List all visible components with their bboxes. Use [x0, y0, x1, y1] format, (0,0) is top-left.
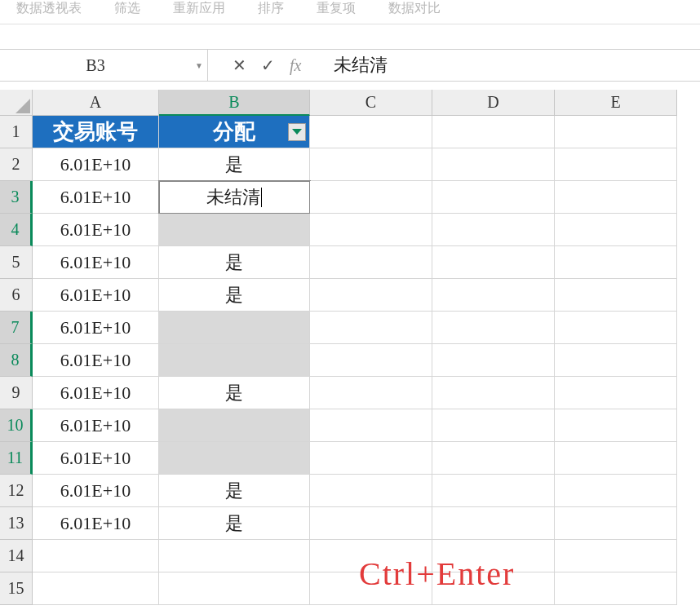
cell-A5[interactable]: 6.01E+10 — [33, 246, 159, 279]
column-header-D[interactable]: D — [432, 90, 555, 116]
cell-A7[interactable]: 6.01E+10 — [33, 312, 159, 344]
cell-D10[interactable] — [432, 409, 555, 442]
cell-C2[interactable] — [310, 148, 432, 181]
column-header-E[interactable]: E — [555, 90, 677, 116]
cell-B4[interactable] — [159, 214, 310, 246]
accept-icon[interactable]: ✓ — [261, 55, 275, 75]
filter-dropdown-icon[interactable] — [288, 123, 306, 141]
cell-C8[interactable] — [310, 344, 432, 377]
cell-D12[interactable] — [432, 475, 555, 507]
row-header-8[interactable]: 8 — [0, 344, 33, 377]
cell-B1[interactable]: 分配 — [159, 116, 310, 148]
cell-B7[interactable] — [159, 312, 310, 344]
cell-D6[interactable] — [432, 279, 555, 312]
formula-input[interactable] — [326, 50, 700, 81]
column-header-B[interactable]: B — [159, 90, 310, 116]
cell-D8[interactable] — [432, 344, 555, 377]
table-row: 6.01E+10 — [33, 344, 677, 377]
cell-A11[interactable]: 6.01E+10 — [33, 442, 159, 475]
cell-C11[interactable] — [310, 442, 432, 475]
cell-A3[interactable]: 6.01E+10 — [33, 181, 159, 214]
cell-B5[interactable]: 是 — [159, 246, 310, 279]
fx-icon[interactable]: fx — [290, 56, 301, 75]
cell-C12[interactable] — [310, 475, 432, 507]
cell-D2[interactable] — [432, 148, 555, 181]
cell-B12[interactable]: 是 — [159, 475, 310, 507]
cell-E9[interactable] — [555, 377, 677, 409]
cell-B2[interactable]: 是 — [159, 148, 310, 181]
cell-B8[interactable] — [159, 344, 310, 377]
cell-D3[interactable] — [432, 181, 555, 214]
cell-E6[interactable] — [555, 279, 677, 312]
cell-A15[interactable] — [33, 572, 159, 605]
cell-E13[interactable] — [555, 507, 677, 540]
cell-A1[interactable]: 交易账号 — [33, 116, 159, 148]
cell-A4[interactable]: 6.01E+10 — [33, 214, 159, 246]
cell-A12[interactable]: 6.01E+10 — [33, 475, 159, 507]
cell-B6[interactable]: 是 — [159, 279, 310, 312]
name-box[interactable]: B3 ▼ — [0, 50, 208, 81]
cell-E10[interactable] — [555, 409, 677, 442]
cell-C4[interactable] — [310, 214, 432, 246]
cell-C6[interactable] — [310, 279, 432, 312]
row-header-4[interactable]: 4 — [0, 214, 33, 246]
cell-A14[interactable] — [33, 540, 159, 572]
cell-B3[interactable]: 未结清 — [159, 181, 310, 214]
cell-A8[interactable]: 6.01E+10 — [33, 344, 159, 377]
cell-A6[interactable]: 6.01E+10 — [33, 279, 159, 312]
cell-A9[interactable]: 6.01E+10 — [33, 377, 159, 409]
row-header-3[interactable]: 3 — [0, 181, 33, 214]
cell-E5[interactable] — [555, 246, 677, 279]
row-header-6[interactable]: 6 — [0, 279, 33, 312]
cell-C5[interactable] — [310, 246, 432, 279]
row-header-10[interactable]: 10 — [0, 409, 33, 442]
row-header-13[interactable]: 13 — [0, 507, 33, 540]
cell-B9[interactable]: 是 — [159, 377, 310, 409]
cell-C10[interactable] — [310, 409, 432, 442]
cell-E15[interactable] — [555, 572, 677, 605]
cell-B10[interactable] — [159, 409, 310, 442]
cancel-icon[interactable]: ✕ — [233, 55, 246, 75]
row-header-7[interactable]: 7 — [0, 312, 33, 344]
cell-E4[interactable] — [555, 214, 677, 246]
cell-E8[interactable] — [555, 344, 677, 377]
cell-E1[interactable] — [555, 116, 677, 148]
name-box-dropdown-icon[interactable]: ▼ — [191, 50, 207, 81]
row-header-12[interactable]: 12 — [0, 475, 33, 507]
cell-C3[interactable] — [310, 181, 432, 214]
cell-B14[interactable] — [159, 540, 310, 572]
row-header-2[interactable]: 2 — [0, 148, 33, 181]
cell-D11[interactable] — [432, 442, 555, 475]
cell-C13[interactable] — [310, 507, 432, 540]
cell-B15[interactable] — [159, 572, 310, 605]
cell-D7[interactable] — [432, 312, 555, 344]
cell-D9[interactable] — [432, 377, 555, 409]
cell-B13[interactable]: 是 — [159, 507, 310, 540]
column-header-C[interactable]: C — [310, 90, 432, 116]
cell-E11[interactable] — [555, 442, 677, 475]
row-header-1[interactable]: 1 — [0, 116, 33, 148]
select-all-corner[interactable] — [0, 90, 33, 116]
row-header-15[interactable]: 15 — [0, 572, 33, 605]
cell-C9[interactable] — [310, 377, 432, 409]
cell-A2[interactable]: 6.01E+10 — [33, 148, 159, 181]
cell-D1[interactable] — [432, 116, 555, 148]
cell-D5[interactable] — [432, 246, 555, 279]
cell-E12[interactable] — [555, 475, 677, 507]
row-header-9[interactable]: 9 — [0, 377, 33, 409]
row-header-14[interactable]: 14 — [0, 540, 33, 572]
row-header-5[interactable]: 5 — [0, 246, 33, 279]
cell-A13[interactable]: 6.01E+10 — [33, 507, 159, 540]
column-header-A[interactable]: A — [33, 90, 159, 116]
cell-D13[interactable] — [432, 507, 555, 540]
cell-C1[interactable] — [310, 116, 432, 148]
cell-A10[interactable]: 6.01E+10 — [33, 409, 159, 442]
cell-E3[interactable] — [555, 181, 677, 214]
cell-E14[interactable] — [555, 540, 677, 572]
cell-E2[interactable] — [555, 148, 677, 181]
cell-D4[interactable] — [432, 214, 555, 246]
cell-E7[interactable] — [555, 312, 677, 344]
row-header-11[interactable]: 11 — [0, 442, 33, 475]
cell-C7[interactable] — [310, 312, 432, 344]
cell-B11[interactable] — [159, 442, 310, 475]
